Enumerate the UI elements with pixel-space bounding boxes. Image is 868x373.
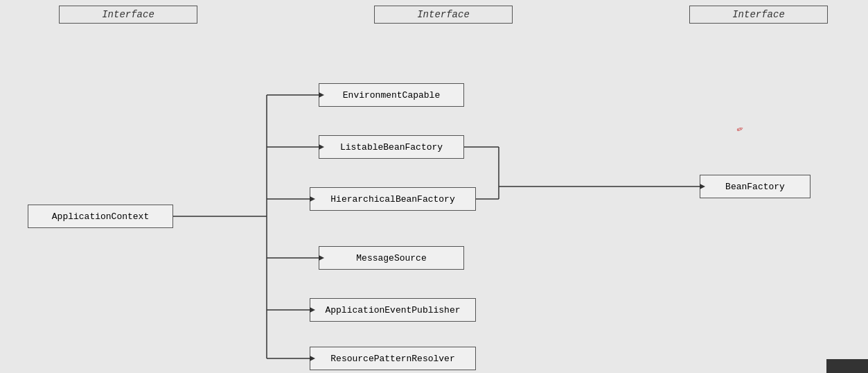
node-environment-capable: EnvironmentCapable xyxy=(319,83,464,107)
node-message-source: MessageSource xyxy=(319,246,464,270)
stereotype-1: Interface xyxy=(59,6,197,24)
stereotype-3: Interface xyxy=(689,6,828,24)
stereotype-2: Interface xyxy=(374,6,513,24)
node-hierarchical-bean-factory: HierarchicalBeanFactory xyxy=(310,187,476,211)
node-application-context: ApplicationContext xyxy=(28,205,173,228)
dark-bar xyxy=(826,359,868,373)
node-bean-factory: BeanFactory xyxy=(700,175,811,198)
node-resource-pattern-resolver: ResourcePatternResolver xyxy=(310,347,476,370)
diagram-container: Interface Interface Interface Applicatio… xyxy=(0,0,868,373)
node-application-event-publisher: ApplicationEventPublisher xyxy=(310,298,476,322)
pencil-icon: ✏ xyxy=(734,121,745,136)
node-listable-bean-factory: ListableBeanFactory xyxy=(319,135,464,159)
